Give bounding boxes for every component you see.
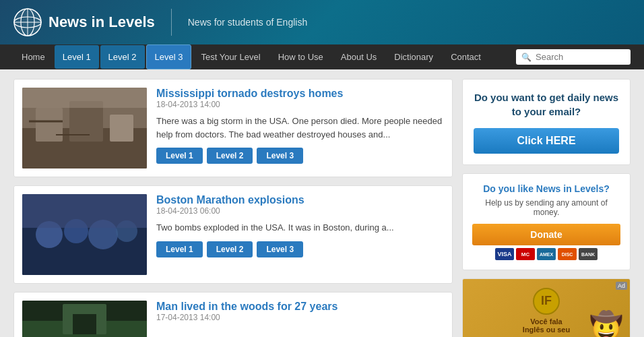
article-levels: Level 1 Level 2 Level 3	[156, 148, 444, 164]
nav-links: Home Level 1 Level 2 Level 3 Test Your L…	[13, 44, 489, 69]
article-card: Boston Marathon explosions 18-04-2013 06…	[13, 185, 453, 284]
svg-rect-10	[110, 115, 133, 142]
globe-icon	[13, 8, 42, 36]
nav-about[interactable]: About Us	[333, 45, 385, 69]
article-levels: Level 1 Level 2 Level 3	[156, 241, 444, 257]
nav-search-area: 🔍	[516, 49, 631, 65]
article-excerpt: Two bombs exploded in the USA. It was in…	[156, 221, 444, 235]
site-title: News in Levels	[49, 13, 155, 31]
site-tagline: News for students of English	[188, 17, 307, 28]
email-box-title: Do you want to get daily news to your em…	[474, 90, 619, 119]
nav-contact[interactable]: Contact	[443, 45, 489, 69]
svg-point-5	[14, 9, 41, 36]
nav-dictionary[interactable]: Dictionary	[386, 45, 441, 69]
header-divider	[171, 9, 172, 36]
nav-level1[interactable]: Level 1	[55, 45, 99, 69]
donate-title: Do you like News in Levels?	[472, 183, 620, 194]
donate-button[interactable]: Donate	[472, 224, 620, 245]
article-content: Man lived in the woods for 27 years 17-0…	[156, 301, 444, 328]
ad-text-pt: Você fala	[523, 317, 570, 326]
navigation: Home Level 1 Level 2 Level 3 Test Your L…	[0, 44, 644, 69]
article-title[interactable]: Boston Marathon explosions	[156, 194, 304, 206]
sidebar: Do you want to get daily news to your em…	[462, 79, 631, 337]
email-subscription-box: Do you want to get daily news to your em…	[462, 79, 631, 165]
ad-badge: Ad	[616, 282, 627, 290]
if-logo: IF	[533, 288, 560, 315]
nav-home[interactable]: Home	[13, 45, 53, 69]
main-content: Mississippi tornado destroys homes 18-04…	[0, 69, 644, 337]
ad-content: IF Você fala Inglês ou seu	[517, 282, 575, 338]
mastercard-icon: MC	[516, 248, 535, 260]
article-card: Man lived in the woods for 27 years 17-0…	[13, 292, 453, 337]
level2-btn[interactable]: Level 2	[207, 148, 253, 164]
amex-icon: AMEX	[537, 248, 556, 260]
search-icon: 🔍	[521, 53, 532, 62]
ad-text-pt2: Inglês ou seu	[523, 326, 570, 334]
article-excerpt: There was a big storm in the USA. One pe…	[156, 115, 444, 141]
article-title[interactable]: Mississippi tornado destroys homes	[156, 88, 343, 99]
level3-btn[interactable]: Level 3	[257, 241, 303, 257]
article-image-boston	[22, 194, 147, 275]
article-content: Boston Marathon explosions 18-04-2013 06…	[156, 194, 444, 257]
article-date: 17-04-2013 14:00	[156, 313, 444, 322]
search-input[interactable]	[536, 52, 623, 62]
nav-level3[interactable]: Level 3	[146, 44, 192, 69]
article-image-tornado	[22, 88, 147, 168]
level2-btn[interactable]: Level 2	[207, 241, 253, 257]
article-date: 18-04-2013 14:00	[156, 100, 444, 109]
article-date: 18-04-2013 06:00	[156, 206, 444, 216]
article-content: Mississippi tornado destroys homes 18-04…	[156, 88, 444, 164]
bank-icon: BANK	[579, 248, 598, 260]
level1-btn[interactable]: Level 1	[156, 241, 203, 257]
donate-subtitle: Help us by sending any amount of money.	[472, 198, 620, 217]
level1-btn[interactable]: Level 1	[156, 148, 203, 164]
ad-person-emoji: 🤠	[589, 310, 623, 337]
donate-box: Do you like News in Levels? Help us by s…	[462, 173, 631, 270]
svg-rect-20	[22, 194, 147, 228]
site-header: News in Levels News for students of Engl…	[0, 0, 644, 44]
svg-rect-13	[22, 88, 147, 108]
search-box: 🔍	[516, 49, 631, 65]
discover-icon: DISC	[558, 248, 577, 260]
visa-icon: VISA	[495, 248, 514, 260]
articles-list: Mississippi tornado destroys homes 18-04…	[13, 79, 453, 337]
payment-cards: VISA MC AMEX DISC BANK	[472, 248, 620, 260]
level3-btn[interactable]: Level 3	[257, 148, 303, 164]
nav-how[interactable]: How to Use	[270, 45, 331, 69]
svg-rect-24	[73, 314, 96, 334]
advertisement: Ad IF Você fala Inglês ou seu 🤠	[462, 278, 631, 337]
article-title[interactable]: Man lived in the woods for 27 years	[156, 301, 337, 312]
article-image-woods	[22, 301, 147, 337]
nav-test[interactable]: Test Your Level	[193, 45, 268, 69]
logo[interactable]: News in Levels	[13, 8, 155, 36]
article-card: Mississippi tornado destroys homes 18-04…	[13, 79, 453, 177]
nav-level2[interactable]: Level 2	[100, 45, 145, 69]
click-here-button[interactable]: Click HERE	[474, 128, 619, 154]
svg-rect-8	[36, 108, 63, 142]
